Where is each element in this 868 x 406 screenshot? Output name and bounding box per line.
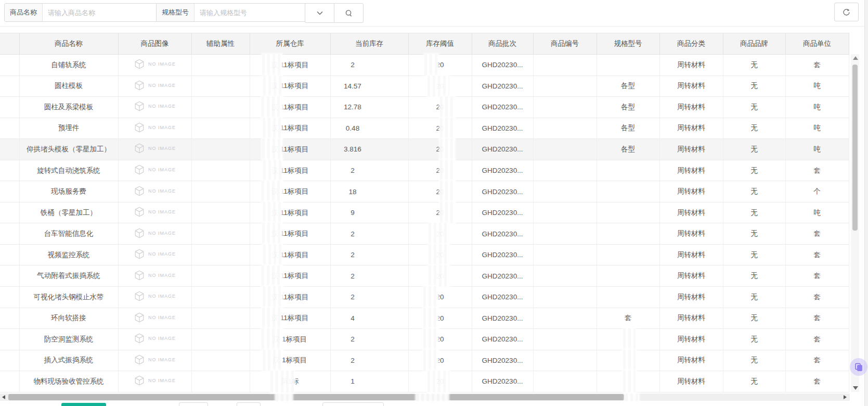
partial-footer-control-1[interactable] xyxy=(179,402,208,406)
aux-cell xyxy=(191,350,250,371)
table-row[interactable]: 现场服务费NO IMAGE汉 11标项目1820GHD20230...周转材料无… xyxy=(0,181,849,202)
aux-cell xyxy=(191,160,250,181)
table-row[interactable]: 自铺轨系统NO IMAGE汉 11标项目220GHD20230...周转材料无套 xyxy=(0,55,849,76)
partial-footer-control-2[interactable] xyxy=(237,402,261,406)
window-scrollbar-gutter xyxy=(864,0,868,406)
scroll-up-arrow[interactable] xyxy=(853,56,858,60)
stock-cell: 3.816 xyxy=(330,139,408,160)
name-cell: 现场服务费 xyxy=(19,181,118,202)
stock-cell: 2 xyxy=(330,244,408,265)
warehouse-cell: 汉 11标项目 xyxy=(250,97,330,118)
threshold-cell: 20 xyxy=(408,244,472,265)
vertical-scrollbar-thumb[interactable] xyxy=(852,65,858,231)
spec-cell xyxy=(597,350,659,371)
expand-filters-button[interactable] xyxy=(305,3,334,23)
batch-cell: GHD20230... xyxy=(472,202,533,223)
warehouse-cell: 汉 11标项目 xyxy=(250,223,330,245)
cube-icon xyxy=(134,333,145,344)
table-row[interactable]: 可视化堵头钢模止水带NO IMAGE汉 11标项目220GHD20230...周… xyxy=(0,287,849,308)
vertical-scrollbar[interactable] xyxy=(851,54,859,392)
image-cell: NO IMAGE xyxy=(118,139,191,160)
code-cell xyxy=(533,350,597,371)
warehouse-cell: 汉 11标项目 xyxy=(250,202,330,223)
aux-cell xyxy=(191,265,250,287)
table-row[interactable]: 圆柱及系梁模板NO IMAGE汉 11标项目12.7820GHD20230...… xyxy=(0,97,849,118)
horizontal-scrollbar-thumb[interactable] xyxy=(8,394,624,400)
product-name-input[interactable] xyxy=(43,4,157,21)
row-handle-cell xyxy=(0,160,19,181)
batch-cell: GHD20230... xyxy=(472,139,533,160)
table-row[interactable]: 圆柱模板NO IMAGE汉 11标项目14.5720GHD20230...各型周… xyxy=(0,75,849,97)
table-row[interactable]: 视频监控系统NO IMAGE汉 11标项目220GHD20230...周转材料无… xyxy=(0,244,849,265)
horizontal-scrollbar[interactable] xyxy=(0,394,850,401)
row-handle-cell xyxy=(0,202,19,223)
column-header-handle xyxy=(0,33,19,55)
refresh-icon xyxy=(842,8,851,17)
table-row[interactable]: 预埋件NO IMAGE汉 11标项目0.4820GHD20230...各型周转材… xyxy=(0,118,849,139)
name-cell: 可视化堵头钢模止水带 xyxy=(19,287,118,308)
code-cell xyxy=(533,97,597,118)
table-row[interactable]: 环向软搭接NO IMAGE汉 11标项目420GHD20230...套周转材料无… xyxy=(0,308,849,329)
batch-cell: GHD20230... xyxy=(472,181,533,202)
name-cell: 仰拱堵头模板（零星加工） xyxy=(19,139,118,160)
name-cell: 预埋件 xyxy=(19,118,118,139)
table-row[interactable]: 防空洞监测系统NO IMAGE汉 1标项目220GHD20230...周转材料无… xyxy=(0,329,849,350)
image-cell: NO IMAGE xyxy=(118,287,191,308)
code-cell xyxy=(533,75,597,97)
unit-cell: 套 xyxy=(785,287,849,308)
scroll-right-arrow[interactable] xyxy=(844,395,847,399)
stock-cell: 12.78 xyxy=(330,97,408,118)
threshold-cell: 20 xyxy=(408,350,472,371)
partial-footer-control-3[interactable] xyxy=(322,402,384,406)
code-cell xyxy=(533,202,597,223)
threshold-cell: 20 xyxy=(408,55,472,76)
aux-cell xyxy=(191,371,250,392)
no-image-placeholder: NO IMAGE xyxy=(134,100,176,112)
image-cell: NO IMAGE xyxy=(118,329,191,350)
stock-cell: 2 xyxy=(330,55,408,76)
spec-model-input[interactable] xyxy=(195,4,307,21)
stock-cell: 0.48 xyxy=(330,118,408,139)
table-row[interactable]: 仰拱堵头模板（零星加工）NO IMAGE汉 11标项目3.81620GHD202… xyxy=(0,139,849,160)
warehouse-cell: 汉 11标项目 xyxy=(250,75,330,97)
search-button[interactable] xyxy=(334,3,364,23)
table-row[interactable]: 台车智能信息化NO IMAGE汉 11标项目220GHD20230...周转材料… xyxy=(0,223,849,245)
category-cell: 周转材料 xyxy=(659,244,723,265)
unit-cell: 吨 xyxy=(785,75,849,97)
aux-cell xyxy=(191,223,250,245)
warehouse-cell: 汉 1标项目 xyxy=(250,329,330,350)
refresh-button[interactable] xyxy=(834,3,859,21)
cube-icon xyxy=(134,270,145,281)
threshold-cell: 20 xyxy=(408,97,472,118)
image-cell: NO IMAGE xyxy=(118,350,191,371)
table-row[interactable]: 插入式振捣系统NO IMAGE汉 1标项目220GHD20230...周转材料无… xyxy=(0,350,849,371)
table-row[interactable]: 物料现场验收管控系统NO IMAGE第1标120GHD20230...周转材料无… xyxy=(0,371,849,392)
unit-cell: 套 xyxy=(785,223,849,245)
brand-cell: 无 xyxy=(723,181,785,202)
table-row[interactable]: 气动附着式振捣系统NO IMAGE汉 11标项目220GHD20230...周转… xyxy=(0,265,849,287)
no-image-placeholder: NO IMAGE xyxy=(134,58,176,70)
batch-cell: GHD20230... xyxy=(472,308,533,329)
batch-cell: GHD20230... xyxy=(472,97,533,118)
table-row[interactable]: 铁桶（零星加工）NO IMAGE汉 11标项目920GHD20230...周转材… xyxy=(0,202,849,223)
chevron-down-icon xyxy=(316,9,324,17)
code-cell xyxy=(533,181,597,202)
inventory-table: 商品名称商品图像辅助属性所属仓库当前库存库存阈值商品批次商品编号规格型号商品分类… xyxy=(0,33,849,392)
spec-cell xyxy=(597,244,659,265)
partial-green-action-button[interactable] xyxy=(61,403,106,406)
code-cell xyxy=(533,287,597,308)
scroll-left-arrow[interactable] xyxy=(2,395,5,399)
table-row[interactable]: 旋转式自动浇筑系统NO IMAGE汉 11标项目220GHD20230...周转… xyxy=(0,160,849,181)
threshold-cell: 20 xyxy=(408,287,472,308)
aux-cell xyxy=(191,139,250,160)
name-cell: 旋转式自动浇筑系统 xyxy=(19,160,118,181)
assistant-float-widget[interactable] xyxy=(850,358,867,376)
spec-cell xyxy=(597,160,659,181)
spec-cell xyxy=(597,202,659,223)
image-cell: NO IMAGE xyxy=(118,160,191,181)
brand-cell: 无 xyxy=(723,244,785,265)
no-image-placeholder: NO IMAGE xyxy=(134,206,176,218)
name-cell: 气动附着式振捣系统 xyxy=(19,265,118,287)
scroll-down-arrow[interactable] xyxy=(853,386,858,390)
brand-cell: 无 xyxy=(723,287,785,308)
